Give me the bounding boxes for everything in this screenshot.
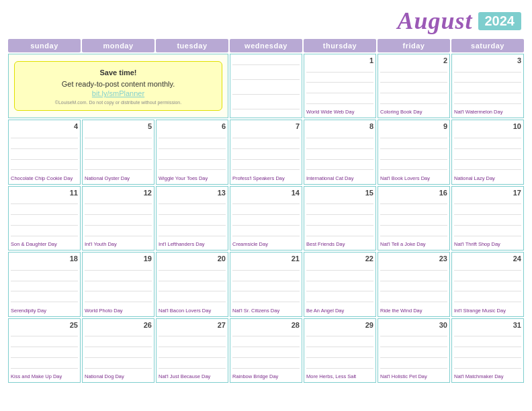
day-line bbox=[159, 148, 226, 149]
day-line bbox=[380, 291, 447, 291]
day-line bbox=[454, 281, 521, 281]
day-line bbox=[380, 270, 447, 271]
day-line bbox=[232, 148, 300, 149]
day-line bbox=[306, 138, 373, 138]
calendar-page: August 2024 sunday monday tuesday wednes… bbox=[0, 0, 532, 411]
day-line bbox=[306, 225, 373, 226]
day-event: Ride the Wind Day bbox=[380, 308, 447, 315]
day-number: 8 bbox=[306, 122, 373, 131]
day-cell: 5National Oyster Day bbox=[82, 120, 154, 184]
day-event: National Dog Day bbox=[85, 373, 152, 381]
day-line bbox=[306, 347, 373, 347]
day-event: Nat'l Just Because Day bbox=[159, 373, 226, 381]
day-event: Nat'l Sr. Citizens Day bbox=[232, 308, 300, 315]
day-line bbox=[380, 72, 447, 73]
day-line bbox=[232, 169, 300, 170]
day-line bbox=[306, 336, 373, 336]
day-line bbox=[159, 281, 226, 281]
day-line bbox=[85, 357, 152, 358]
day-line bbox=[306, 169, 373, 170]
day-line bbox=[306, 214, 373, 215]
day-line bbox=[11, 159, 78, 160]
calendar-grid: Save time!Get ready-to-post content mont… bbox=[8, 54, 524, 383]
day-line bbox=[159, 270, 226, 271]
day-line bbox=[454, 225, 521, 226]
day-number: 5 bbox=[85, 122, 152, 131]
day-event: Nat'l Bacon Lovers Day bbox=[159, 308, 226, 315]
day-line bbox=[159, 357, 226, 358]
day-line bbox=[454, 302, 521, 302]
day-cell: 10National Lazy Day bbox=[451, 120, 524, 184]
day-line bbox=[454, 148, 521, 149]
day-line bbox=[232, 357, 300, 358]
day-cell: 17Nat'l Thrift Shop Day bbox=[451, 186, 524, 250]
day-line bbox=[454, 82, 521, 83]
day-line bbox=[11, 236, 78, 236]
day-line bbox=[11, 357, 78, 358]
day-line bbox=[380, 302, 447, 302]
day-number: 19 bbox=[85, 254, 152, 263]
day-line bbox=[159, 291, 226, 291]
day-line bbox=[454, 103, 521, 104]
day-line bbox=[306, 72, 373, 73]
day-cell: 19World Photo Day bbox=[82, 252, 154, 316]
day-line bbox=[85, 169, 152, 170]
year-badge: 2024 bbox=[478, 12, 522, 30]
day-line bbox=[454, 291, 521, 291]
day-line bbox=[159, 236, 226, 236]
day-number: 30 bbox=[380, 320, 447, 330]
day-line bbox=[85, 281, 152, 281]
day-event: Creamsicle Day bbox=[232, 241, 300, 248]
day-line bbox=[85, 148, 152, 149]
day-event: National Lazy Day bbox=[454, 175, 521, 183]
day-line bbox=[380, 93, 447, 93]
day-line bbox=[159, 336, 226, 336]
day-line bbox=[306, 302, 373, 302]
day-line bbox=[380, 368, 447, 369]
day-line bbox=[306, 82, 373, 83]
day-line bbox=[380, 138, 447, 138]
day-cell: 12Int'l Youth Day bbox=[82, 186, 154, 250]
day-number: 15 bbox=[306, 188, 373, 197]
day-number: 13 bbox=[159, 188, 226, 197]
day-line bbox=[380, 347, 447, 347]
day-line bbox=[159, 347, 226, 347]
day-line bbox=[11, 347, 78, 347]
day-line bbox=[232, 236, 300, 236]
day-line bbox=[159, 214, 226, 215]
day-cell: 23Ride the Wind Day bbox=[378, 252, 450, 316]
day-event: Rainbow Bridge Day bbox=[232, 373, 300, 381]
day-line bbox=[306, 236, 373, 236]
day-header-saturday: saturday bbox=[451, 39, 524, 52]
day-line bbox=[454, 347, 521, 347]
day-number: 3 bbox=[454, 56, 521, 65]
day-line bbox=[232, 270, 300, 271]
day-line bbox=[232, 368, 300, 369]
day-line bbox=[11, 281, 78, 281]
day-header-sunday: sunday bbox=[8, 39, 81, 52]
day-line bbox=[454, 214, 521, 215]
day-cell: 14Creamsicle Day bbox=[230, 186, 302, 250]
day-cell: 15Best Friends Day bbox=[304, 186, 376, 250]
day-line bbox=[306, 103, 373, 104]
day-cell: 13Int'l Lefthanders Day bbox=[156, 186, 228, 250]
day-cell: 4Chocolate Chip Cookie Day bbox=[8, 120, 81, 184]
day-line bbox=[454, 357, 521, 358]
day-event: Son & Daughter Day bbox=[11, 241, 78, 248]
day-event: More Herbs, Less Salt bbox=[306, 373, 373, 381]
day-event: Int'l Lefthanders Day bbox=[159, 241, 226, 248]
day-line bbox=[380, 236, 447, 236]
day-line bbox=[232, 94, 300, 95]
day-line bbox=[159, 169, 226, 170]
day-cell: 7Profess'l Speakers Day bbox=[230, 120, 302, 184]
day-number: 25 bbox=[11, 320, 78, 330]
day-line bbox=[306, 93, 373, 93]
day-line bbox=[232, 336, 300, 336]
day-number: 16 bbox=[380, 188, 447, 197]
day-line bbox=[380, 103, 447, 104]
day-cell: 11Son & Daughter Day bbox=[8, 186, 81, 250]
day-line bbox=[85, 302, 152, 302]
day-line bbox=[11, 270, 78, 271]
day-cell: 8International Cat Day bbox=[304, 120, 376, 184]
day-line bbox=[380, 169, 447, 170]
